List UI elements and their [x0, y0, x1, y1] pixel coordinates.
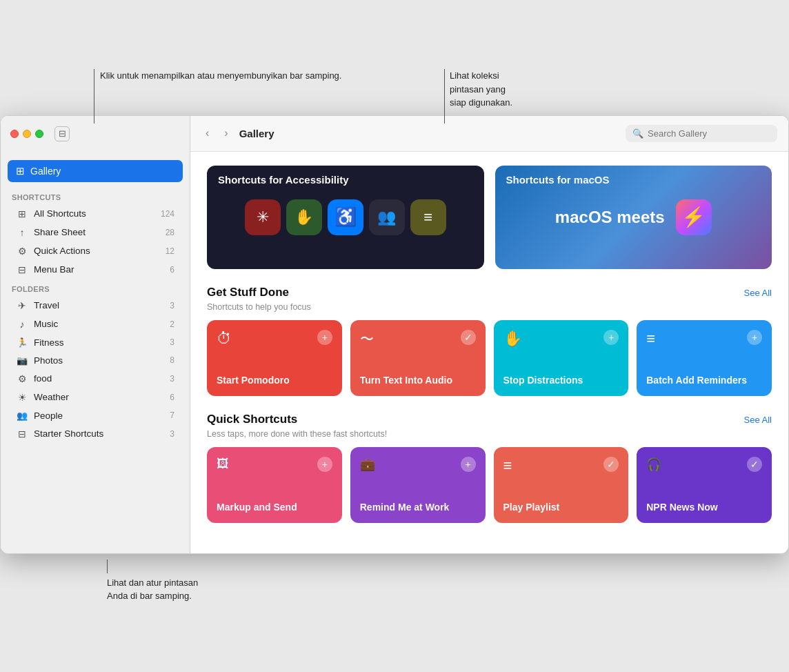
batch-add-reminders-add-btn[interactable]: +: [747, 330, 762, 345]
search-input[interactable]: [648, 128, 770, 139]
photos-icon: 📷: [16, 355, 28, 366]
npr-news-card[interactable]: 🎧 ✓ NPR News Now: [637, 447, 772, 523]
stop-distractions-label: Stop Distractions: [503, 375, 619, 386]
gallery-label: Gallery: [30, 166, 61, 177]
accessibility-section-title: Shortcuts for Accessibility: [218, 174, 349, 186]
start-pomodoro-card-top: ⏱ +: [217, 330, 332, 348]
annotation-bottom: Lihat dan atur pintasanAnda di bar sampi…: [107, 576, 789, 603]
npr-news-check-btn[interactable]: ✓: [747, 457, 762, 472]
gallery-body: Shortcuts for Accessibility ✳ ✋ ♿ 👥 ≡ Sh…: [190, 152, 788, 553]
play-playlist-icon: ≡: [503, 457, 512, 475]
fitness-count: 3: [170, 337, 174, 347]
sidebar-item-fitness[interactable]: 🏃 Fitness 3: [5, 334, 186, 351]
npr-news-icon: 🎧: [646, 457, 661, 472]
quick-actions-label: Quick Actions: [34, 246, 160, 256]
batch-add-reminders-card[interactable]: ≡ + Batch Add Reminders: [637, 320, 772, 396]
sidebar-item-menu-bar[interactable]: ⊟ Menu Bar 6: [5, 261, 186, 279]
back-button[interactable]: ‹: [201, 124, 213, 142]
sidebar-item-weather[interactable]: ☀ Weather 6: [5, 388, 186, 406]
share-sheet-count: 28: [166, 228, 174, 237]
turn-text-audio-card-top: 〜 ✓: [360, 330, 476, 348]
stop-distractions-add-btn[interactable]: +: [603, 330, 619, 345]
start-pomodoro-icon: ⏱: [217, 330, 232, 348]
acc-icon-hand: ✋: [286, 199, 322, 235]
sidebar-item-travel[interactable]: ✈ Travel 3: [5, 297, 186, 315]
all-shortcuts-count: 124: [161, 209, 174, 219]
outer-wrapper: Klik untuk menampilkan atau menyembunyik…: [0, 69, 789, 603]
get-stuff-done-cards: ⏱ + Start Pomodoro 〜 ✓ Turn Text Into Au…: [207, 320, 772, 396]
quick-shortcuts-section: Quick Shortcuts See All Less taps, more …: [207, 413, 772, 523]
search-icon: 🔍: [632, 128, 643, 139]
markup-send-card[interactable]: 🖼 + Markup and Send: [207, 447, 342, 523]
quick-actions-count: 12: [166, 246, 174, 256]
get-stuff-done-header: Get Stuff Done See All: [207, 286, 772, 299]
accessibility-icons: ✳ ✋ ♿ 👥 ≡: [245, 199, 446, 235]
stop-distractions-card[interactable]: ✋ + Stop Distractions: [494, 320, 629, 396]
start-pomodoro-label: Start Pomodoro: [217, 375, 332, 386]
sidebar-item-share-sheet[interactable]: ↑ Share Sheet 28: [5, 224, 186, 241]
forward-button[interactable]: ›: [220, 124, 232, 142]
sidebar-toggle-button[interactable]: ⊟: [54, 126, 70, 141]
music-icon: ♪: [16, 319, 28, 330]
get-stuff-done-subtitle: Shortcuts to help you focus: [207, 302, 772, 312]
starter-shortcuts-count: 3: [170, 429, 174, 439]
npr-news-label: NPR News Now: [646, 502, 762, 513]
turn-text-audio-icon: 〜: [360, 330, 374, 348]
acc-icon-list: ≡: [410, 199, 446, 235]
sidebar-item-people[interactable]: 👥 People 7: [5, 407, 186, 424]
sidebar-item-photos[interactable]: 📷 Photos 8: [5, 352, 186, 369]
macos-hero-card[interactable]: Shortcuts for macOS macOS meets ⚡: [495, 166, 772, 269]
sidebar-item-all-shortcuts[interactable]: ⊞ All Shortcuts 124: [5, 205, 186, 223]
share-sheet-icon: ↑: [16, 227, 28, 238]
starter-shortcuts-icon: ⊟: [16, 428, 28, 439]
batch-add-reminders-icon: ≡: [646, 330, 655, 348]
quick-shortcuts-see-all[interactable]: See All: [744, 415, 772, 425]
all-shortcuts-icon: ⊞: [16, 208, 28, 219]
sidebar-titlebar: ⊟: [1, 116, 190, 152]
app-window: ⊟ ⊞ Gallery Shortcuts ⊞ All Shortcuts 12…: [0, 115, 789, 554]
travel-count: 3: [170, 301, 174, 310]
search-bar: 🔍: [626, 125, 777, 142]
all-shortcuts-label: All Shortcuts: [34, 208, 155, 219]
accessibility-hero-card[interactable]: Shortcuts for Accessibility ✳ ✋ ♿ 👥 ≡: [207, 166, 484, 269]
markup-send-icon: 🖼: [217, 457, 229, 471]
turn-text-audio-check-btn[interactable]: ✓: [461, 330, 476, 345]
markup-send-label: Markup and Send: [217, 502, 332, 513]
photos-count: 8: [170, 355, 174, 365]
quick-shortcuts-header: Quick Shortcuts See All: [207, 413, 772, 426]
get-stuff-done-see-all[interactable]: See All: [744, 288, 772, 298]
acc-icon-accessibility: ♿: [328, 199, 363, 235]
maximize-button[interactable]: [35, 130, 43, 138]
sidebar-toggle-icon: ⊟: [59, 128, 66, 139]
food-count: 3: [170, 374, 174, 384]
turn-text-audio-card[interactable]: 〜 ✓ Turn Text Into Audio: [350, 320, 486, 396]
main-content: ‹ › Gallery 🔍 Shortcuts for Accessibilit…: [190, 116, 788, 553]
npr-news-card-top: 🎧 ✓: [646, 457, 762, 472]
remind-me-work-card[interactable]: 💼 + Remind Me at Work: [350, 447, 486, 523]
sidebar-item-food[interactable]: ⚙ food 3: [5, 370, 186, 388]
main-titlebar: ‹ › Gallery 🔍: [190, 116, 788, 152]
play-playlist-card[interactable]: ≡ ✓ Play Playlist: [494, 447, 629, 523]
start-pomodoro-add-btn[interactable]: +: [317, 330, 332, 345]
remind-me-work-add-btn[interactable]: +: [461, 457, 476, 472]
quick-shortcuts-title: Quick Shortcuts: [207, 413, 297, 426]
start-pomodoro-card[interactable]: ⏱ + Start Pomodoro: [207, 320, 342, 396]
music-label: Music: [34, 319, 164, 329]
remind-me-work-icon: 💼: [360, 457, 375, 472]
menu-bar-count: 6: [170, 265, 174, 275]
play-playlist-check-btn[interactable]: ✓: [603, 457, 619, 472]
gallery-nav-button[interactable]: ⊞ Gallery: [8, 160, 183, 182]
people-icon: 👥: [16, 411, 28, 421]
sidebar-item-quick-actions[interactable]: ⚙ Quick Actions 12: [5, 242, 186, 260]
photos-label: Photos: [34, 355, 164, 366]
batch-add-reminders-label: Batch Add Reminders: [646, 375, 762, 386]
markup-send-add-btn[interactable]: +: [317, 457, 332, 472]
sidebar-item-starter-shortcuts[interactable]: ⊟ Starter Shortcuts 3: [5, 425, 186, 443]
minimize-button[interactable]: [23, 130, 31, 138]
sidebar-item-music[interactable]: ♪ Music 2: [5, 315, 186, 333]
play-playlist-card-top: ≡ ✓: [503, 457, 619, 475]
close-button[interactable]: [10, 130, 19, 138]
remind-me-work-label: Remind Me at Work: [360, 502, 476, 513]
get-stuff-done-title: Get Stuff Done: [207, 286, 289, 299]
weather-label: Weather: [34, 392, 164, 402]
